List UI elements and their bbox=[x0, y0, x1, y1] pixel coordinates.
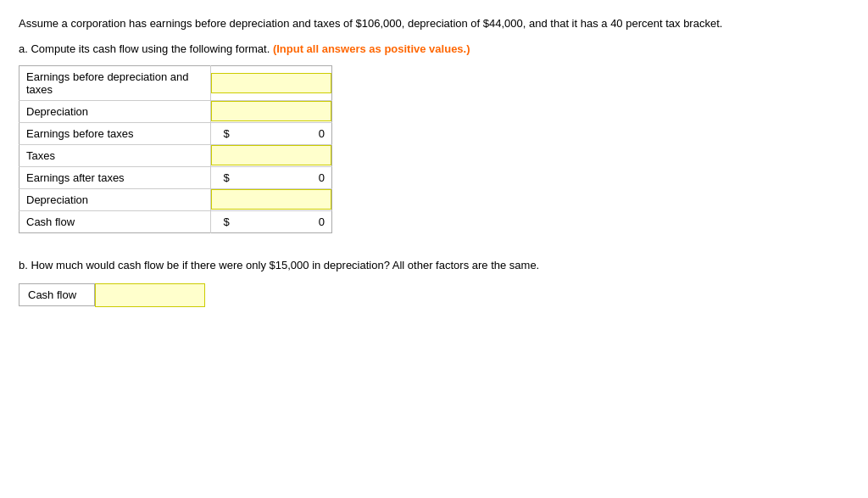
value-cell-row-earnings-after-taxes: 0 bbox=[232, 166, 332, 188]
input-cell-row-depreciation-1[interactable] bbox=[210, 100, 332, 122]
part-b-row: Cash flow bbox=[19, 283, 849, 307]
cash-flow-b-label: Cash flow bbox=[19, 283, 95, 306]
part-b-section: b. How much would cash flow be if there … bbox=[19, 259, 849, 307]
row-label-row-earnings-after-taxes: Earnings after taxes bbox=[19, 166, 211, 188]
cash-flow-table-container: Earnings before depreciation and taxesDe… bbox=[19, 65, 332, 233]
cash-flow-table: Earnings before depreciation and taxesDe… bbox=[19, 65, 332, 233]
row-label-row-depreciation-2: Depreciation bbox=[19, 188, 211, 210]
part-a-highlight: (Input all answers as positive values.) bbox=[273, 42, 470, 55]
dollar-sign-row-earnings-before-taxes: $ bbox=[210, 122, 232, 144]
intro-text: Assume a corporation has earnings before… bbox=[19, 15, 849, 32]
row-label-row-depreciation-1: Depreciation bbox=[19, 100, 211, 122]
table-row: Earnings before taxes$0 bbox=[19, 122, 332, 144]
dollar-sign-row-earnings-after-taxes: $ bbox=[210, 166, 232, 188]
row-label-row-earnings-before-dep: Earnings before depreciation and taxes bbox=[19, 65, 211, 100]
input-cell-row-earnings-before-dep[interactable] bbox=[210, 65, 332, 100]
cash-flow-b-input[interactable] bbox=[95, 283, 205, 307]
table-row: Taxes bbox=[19, 144, 332, 166]
part-a-label: a. Compute its cash flow using the follo… bbox=[19, 42, 849, 55]
value-cell-row-cash-flow: 0 bbox=[232, 210, 332, 232]
table-row: Earnings after taxes$0 bbox=[19, 166, 332, 188]
input-row-depreciation-1[interactable] bbox=[211, 101, 332, 121]
part-a-prefix: a. Compute its cash flow using the follo… bbox=[19, 42, 270, 55]
table-row: Cash flow$0 bbox=[19, 210, 332, 232]
row-label-row-earnings-before-taxes: Earnings before taxes bbox=[19, 122, 211, 144]
table-row: Earnings before depreciation and taxes bbox=[19, 65, 332, 100]
table-row: Depreciation bbox=[19, 100, 332, 122]
input-cell-row-depreciation-2[interactable] bbox=[210, 188, 332, 210]
input-cell-row-taxes[interactable] bbox=[210, 144, 332, 166]
value-cell-row-earnings-before-taxes: 0 bbox=[232, 122, 332, 144]
table-row: Depreciation bbox=[19, 188, 332, 210]
input-row-depreciation-2[interactable] bbox=[211, 189, 332, 210]
row-label-row-cash-flow: Cash flow bbox=[19, 210, 211, 232]
part-b-label: b. How much would cash flow be if there … bbox=[19, 259, 849, 271]
row-label-row-taxes: Taxes bbox=[19, 144, 211, 166]
input-row-taxes[interactable] bbox=[211, 145, 332, 165]
dollar-sign-row-cash-flow: $ bbox=[210, 210, 232, 232]
input-row-earnings-before-dep[interactable] bbox=[211, 73, 332, 93]
